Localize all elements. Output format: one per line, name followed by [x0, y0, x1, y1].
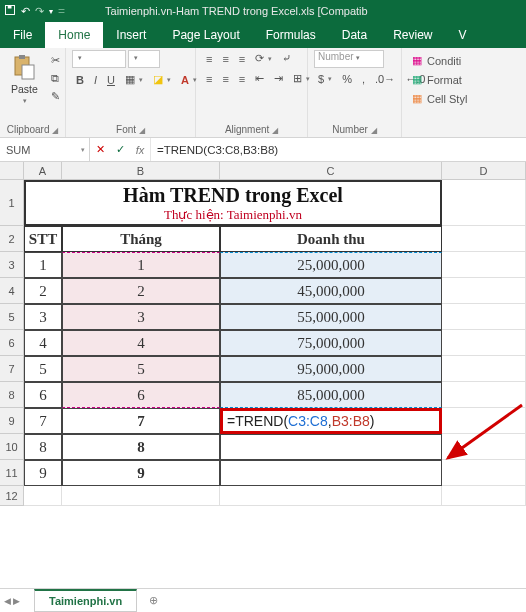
new-sheet-icon[interactable]: ⊕ — [143, 591, 163, 611]
tab-data[interactable]: Data — [329, 22, 380, 48]
cell[interactable] — [442, 252, 526, 278]
cell-thang[interactable]: 7 — [62, 408, 220, 434]
cell[interactable] — [442, 304, 526, 330]
worksheet-grid[interactable]: A B C D 1 Hàm TREND trong Excel Thực hiệ… — [0, 162, 526, 506]
cell[interactable] — [442, 486, 526, 506]
wrap-text-icon[interactable]: ⤶ — [278, 50, 295, 67]
font-launcher-icon[interactable]: ◢ — [139, 126, 145, 135]
cell[interactable] — [442, 382, 526, 408]
cell[interactable] — [442, 330, 526, 356]
row-head[interactable]: 6 — [0, 330, 24, 356]
format-painter-icon[interactable]: ✎ — [47, 88, 64, 105]
cell[interactable] — [442, 460, 526, 486]
cell-stt[interactable]: 5 — [24, 356, 62, 382]
row-head[interactable]: 12 — [0, 486, 24, 506]
cell[interactable] — [442, 408, 526, 434]
row-head[interactable]: 4 — [0, 278, 24, 304]
bold-button[interactable]: B — [72, 72, 88, 88]
number-format-select[interactable]: Number — [314, 50, 384, 68]
cell-dt[interactable]: 25,000,000 — [220, 252, 442, 278]
sheet-nav-next-icon[interactable]: ▶ — [13, 596, 20, 606]
cell[interactable] — [442, 180, 526, 226]
cell-dt[interactable]: 95,000,000 — [220, 356, 442, 382]
qat-more-icon[interactable]: ▾ — [49, 7, 53, 16]
cell-styles-button[interactable]: ▦Cell Styl — [408, 90, 471, 107]
copy-icon[interactable]: ⧉ — [47, 70, 64, 87]
cell-stt[interactable]: 6 — [24, 382, 62, 408]
col-head-d[interactable]: D — [442, 162, 526, 180]
cell[interactable] — [24, 486, 62, 506]
cell-thang[interactable]: 4 — [62, 330, 220, 356]
align-left-icon[interactable]: ≡ — [202, 71, 216, 87]
fx-icon[interactable]: fx — [130, 138, 150, 161]
row-head[interactable]: 11 — [0, 460, 24, 486]
font-name-select[interactable] — [72, 50, 126, 68]
clipboard-launcher-icon[interactable]: ◢ — [52, 126, 58, 135]
header-doanhthu[interactable]: Doanh thu — [220, 226, 442, 252]
row-head[interactable]: 2 — [0, 226, 24, 252]
cell-stt[interactable]: 7 — [24, 408, 62, 434]
number-launcher-icon[interactable]: ◢ — [371, 126, 377, 135]
row-head[interactable]: 3 — [0, 252, 24, 278]
tab-home[interactable]: Home — [45, 22, 103, 48]
cell-stt[interactable]: 3 — [24, 304, 62, 330]
cell-dt[interactable]: 45,000,000 — [220, 278, 442, 304]
comma-icon[interactable]: , — [358, 71, 369, 87]
inc-decimal-icon[interactable]: .0→ — [371, 71, 399, 87]
cell[interactable] — [442, 356, 526, 382]
align-right-icon[interactable]: ≡ — [235, 71, 249, 87]
col-head-a[interactable]: A — [24, 162, 62, 180]
underline-button[interactable]: U — [103, 72, 119, 88]
cell-thang[interactable]: 8 — [62, 434, 220, 460]
row-head[interactable]: 9 — [0, 408, 24, 434]
active-formula-cell[interactable]: =TREND(C3:C8,B3:B8) — [220, 408, 442, 434]
row-head[interactable]: 8 — [0, 382, 24, 408]
tab-review[interactable]: Review — [380, 22, 445, 48]
cell[interactable] — [442, 226, 526, 252]
sheet-tab[interactable]: Taimienphi.vn — [34, 589, 137, 612]
tab-formulas[interactable]: Formulas — [253, 22, 329, 48]
row-head[interactable]: 10 — [0, 434, 24, 460]
cell-thang[interactable]: 6 — [62, 382, 220, 408]
tab-page-layout[interactable]: Page Layout — [159, 22, 252, 48]
cell-stt[interactable]: 4 — [24, 330, 62, 356]
format-as-table-button[interactable]: ▦Format — [408, 71, 466, 88]
indent-inc-icon[interactable]: ⇥ — [270, 70, 287, 87]
tab-insert[interactable]: Insert — [103, 22, 159, 48]
border-button[interactable]: ▦ — [121, 71, 147, 88]
cell-thang[interactable]: 2 — [62, 278, 220, 304]
cell-stt[interactable]: 9 — [24, 460, 62, 486]
title-cell[interactable]: Hàm TREND trong Excel Thực hiện: Taimien… — [24, 180, 442, 226]
cell-thang[interactable]: 1 — [62, 252, 220, 278]
cell-stt[interactable]: 1 — [24, 252, 62, 278]
col-head-c[interactable]: C — [220, 162, 442, 180]
name-box[interactable]: SUM — [0, 138, 90, 161]
font-size-select[interactable] — [128, 50, 160, 68]
cell-dt[interactable]: 85,000,000 — [220, 382, 442, 408]
currency-icon[interactable]: $ — [314, 71, 336, 87]
select-all-corner[interactable] — [0, 162, 24, 180]
sheet-nav-prev-icon[interactable]: ◀ — [4, 596, 11, 606]
row-head[interactable]: 1 — [0, 180, 24, 226]
save-icon[interactable] — [4, 4, 16, 19]
undo-icon[interactable]: ↶ — [21, 5, 30, 18]
cell[interactable] — [442, 278, 526, 304]
orientation-icon[interactable]: ⟳ — [251, 50, 276, 67]
indent-dec-icon[interactable]: ⇤ — [251, 70, 268, 87]
percent-icon[interactable]: % — [338, 71, 356, 87]
header-thang[interactable]: Tháng — [62, 226, 220, 252]
align-middle-icon[interactable]: ≡ — [218, 51, 232, 67]
tab-file[interactable]: File — [0, 22, 45, 48]
cell-dt[interactable]: 55,000,000 — [220, 304, 442, 330]
cell[interactable] — [62, 486, 220, 506]
row-head[interactable]: 5 — [0, 304, 24, 330]
cell-thang[interactable]: 9 — [62, 460, 220, 486]
formula-input[interactable]: =TREND(C3:C8,B3:B8) — [151, 144, 526, 156]
italic-button[interactable]: I — [90, 72, 101, 88]
cell-thang[interactable]: 5 — [62, 356, 220, 382]
tab-view[interactable]: V — [446, 22, 480, 48]
fill-color-button[interactable]: ◪ — [149, 71, 175, 88]
cell-dt[interactable] — [220, 434, 442, 460]
cell-stt[interactable]: 8 — [24, 434, 62, 460]
align-bottom-icon[interactable]: ≡ — [235, 51, 249, 67]
